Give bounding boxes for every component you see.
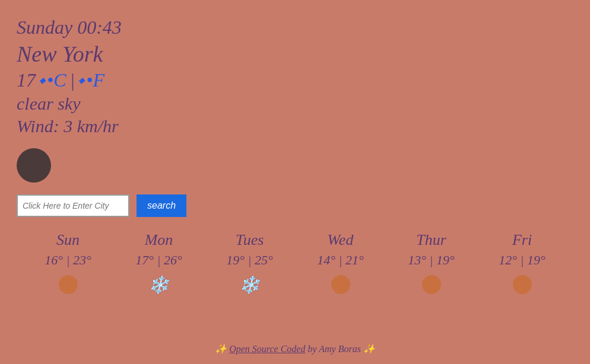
footer: ✨ Open Source Coded by Amy Boras ✨ bbox=[215, 343, 375, 355]
city-display: New York bbox=[17, 41, 573, 67]
open-source-link[interactable]: Open Source Coded bbox=[229, 344, 305, 354]
forecast-temps-fri: 12° | 19° bbox=[499, 253, 545, 268]
sparkle-right-icon: ✨ bbox=[363, 344, 375, 354]
forecast-temps-tues: 19° | 25° bbox=[226, 253, 273, 268]
forecast-day-thur: Thur 13° | 19° bbox=[408, 231, 455, 295]
forecast-day-fri: Fri 12° | 19° bbox=[499, 231, 545, 295]
forecast-label-fri: Fri bbox=[512, 231, 532, 249]
forecast-label-tues: Tues bbox=[236, 231, 264, 249]
celsius-diamond: ◆ bbox=[39, 75, 46, 85]
forecast-icon-thur bbox=[421, 274, 442, 295]
snow-icon-mon: ❄️ bbox=[148, 275, 169, 295]
forecast-icon-tues: ❄️ bbox=[239, 274, 261, 295]
current-weather-icon bbox=[17, 148, 51, 183]
forecast-icon-mon: ❄️ bbox=[148, 274, 170, 295]
main-content: Sunday 00:43 New York 17 ◆•C | ◆•F clear… bbox=[0, 0, 590, 307]
forecast-day-wed: Wed 14° | 21° bbox=[317, 231, 364, 295]
fahrenheit-link[interactable]: ◆•F bbox=[78, 69, 104, 91]
sun-icon-wed bbox=[331, 275, 350, 294]
forecast-temps-thur: 13° | 19° bbox=[408, 253, 455, 268]
temperature-value: 17 bbox=[17, 69, 36, 91]
weather-description: clear sky bbox=[17, 94, 573, 114]
footer-by-text: by Amy Boras bbox=[307, 344, 360, 354]
celsius-link[interactable]: ◆•C bbox=[39, 69, 66, 91]
sun-icon-fri bbox=[513, 275, 532, 294]
unit-separator: | bbox=[70, 69, 75, 91]
fahrenheit-diamond: ◆ bbox=[78, 75, 85, 85]
datetime-display: Sunday 00:43 bbox=[17, 17, 573, 39]
current-weather-icon-container bbox=[17, 148, 573, 183]
forecast-temps-sun: 16° | 23° bbox=[45, 253, 91, 268]
forecast-temps-mon: 17° | 26° bbox=[135, 253, 182, 268]
forecast-label-thur: Thur bbox=[416, 231, 446, 249]
city-search-input[interactable] bbox=[17, 194, 129, 217]
forecast-temps-wed: 14° | 21° bbox=[317, 253, 364, 268]
sun-icon bbox=[59, 275, 78, 294]
forecast-icon-fri bbox=[512, 274, 533, 295]
forecast-label-wed: Wed bbox=[328, 231, 354, 249]
snow-icon-tues: ❄️ bbox=[239, 275, 260, 295]
celsius-label: •C bbox=[47, 69, 66, 91]
forecast-day-mon: Mon 17° | 26° ❄️ bbox=[135, 231, 182, 295]
sun-icon-thur bbox=[422, 275, 441, 294]
forecast-icon-wed bbox=[330, 274, 351, 295]
forecast-label-sun: Sun bbox=[56, 231, 80, 249]
forecast-day-tues: Tues 19° | 25° ❄️ bbox=[226, 231, 273, 295]
forecast-day-sun: Sun 16° | 23° bbox=[45, 231, 91, 295]
wind-info: Wind: 3 km/hr bbox=[17, 116, 573, 136]
forecast-label-mon: Mon bbox=[145, 231, 173, 249]
temperature-row: 17 ◆•C | ◆•F bbox=[17, 69, 573, 91]
fahrenheit-label: •F bbox=[86, 69, 104, 91]
forecast-icon-sun bbox=[58, 274, 79, 295]
sparkle-left-icon: ✨ bbox=[215, 344, 227, 354]
search-button[interactable]: search bbox=[137, 194, 186, 217]
search-section: search bbox=[17, 194, 573, 217]
forecast-section: Sun 16° | 23° Mon 17° | 26° ❄️ Tues 19° … bbox=[17, 231, 573, 295]
